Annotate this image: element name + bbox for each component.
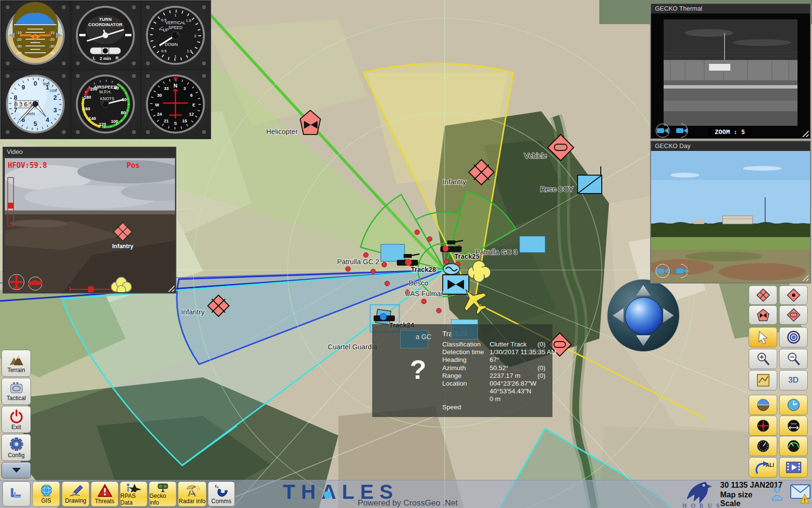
svg-text:500: 500 [43, 82, 50, 86]
svg-text:N: N [174, 83, 177, 89]
joystick-ball[interactable] [625, 297, 663, 335]
globe-icon [40, 484, 53, 497]
thales-logo-dot [324, 491, 332, 499]
day-panel-title[interactable]: GECKO Day [651, 141, 810, 151]
svg-text:W: W [155, 103, 160, 107]
svg-text:9: 9 [21, 84, 25, 91]
svg-text:1000: 1000 [49, 89, 57, 92]
obscured-symbol-frame [451, 319, 478, 340]
joystick-down-icon[interactable] [636, 335, 651, 346]
svg-text:3: 3 [53, 106, 57, 114]
svg-text:0: 0 [33, 80, 37, 87]
gecko-info-button[interactable]: Gecko Info [149, 481, 176, 507]
joystick-right-icon[interactable] [663, 308, 674, 323]
video-panel-title[interactable]: Video [3, 147, 176, 157]
svg-text:-30: -30 [49, 44, 55, 48]
symbol-armor-button[interactable] [749, 305, 777, 325]
svg-text:100: 100 [111, 119, 118, 124]
video-player-button[interactable] [779, 457, 808, 478]
svg-text:!: ! [804, 497, 806, 503]
aircraft-top-icon[interactable] [9, 274, 24, 290]
pos-readout: Pos [127, 161, 140, 170]
drawing-button[interactable]: Drawing [62, 481, 89, 507]
svg-text:2: 2 [194, 34, 197, 38]
joystick-up-icon[interactable] [636, 285, 651, 296]
day-feed [651, 151, 810, 283]
clock-button[interactable] [779, 395, 808, 415]
compass-panel-button[interactable] [749, 416, 777, 436]
sidebar-collapse-button[interactable] [1, 462, 31, 478]
camera-select-icon[interactable] [676, 124, 688, 137]
joystick-left-icon[interactable] [613, 308, 624, 323]
svg-text:-10: -10 [49, 30, 55, 35]
view-3d-button[interactable]: 3D [779, 370, 808, 390]
svg-text:ALL: ALL [766, 462, 774, 468]
svg-text:5: 5 [33, 120, 37, 127]
svg-text:1.5: 1.5 [187, 49, 192, 53]
thermal-zoom-readout: ZOOM : 5 [715, 128, 745, 135]
map-label: UAS Fulmar [405, 290, 443, 298]
popup-row: 40°53'54.43"N [442, 388, 552, 395]
svg-text:40: 40 [114, 86, 119, 90]
zoom-in-button[interactable] [749, 349, 777, 369]
undo-all-button[interactable]: ALL [749, 457, 777, 478]
video-feed: HFOV:59.8 Pos Infantry [5, 158, 175, 292]
sidebar-item-terrain[interactable]: Terrain [1, 350, 31, 377]
svg-text:1.5: 1.5 [186, 18, 191, 23]
sidebar-item-config[interactable]: Config [1, 434, 31, 461]
sensor-tripod-icon [155, 482, 171, 492]
svg-text:Infantry: Infantry [112, 243, 133, 250]
gecko-thermal-panel: GECKO Thermal ZOOM : 5 [650, 3, 811, 139]
popup-row: Heading67° [442, 356, 552, 364]
sidebar-item-tactical[interactable]: Tactical [1, 378, 31, 405]
gecko-day-panel: GECKO Day [650, 140, 811, 284]
popup-row: 0 m [442, 395, 552, 403]
sidebar-item-exit[interactable]: Exit [1, 406, 31, 433]
symbol-vehicle-button[interactable] [779, 305, 808, 325]
layers-button[interactable] [2, 481, 30, 507]
zoom-out-button[interactable] [779, 349, 808, 369]
gis-button[interactable]: GIS [32, 481, 60, 507]
popup-row: Azimuth50.52°(0) [442, 364, 552, 372]
level-panel-button[interactable] [779, 416, 808, 436]
symbol-patrulla-gc3[interactable] [520, 236, 545, 253]
symbol-infantry-button[interactable] [749, 285, 777, 305]
heading-indicator: N 3 6 E 12 15 S 21 24 W 30 33 [142, 70, 210, 138]
svg-text:S: S [174, 121, 177, 126]
svg-text:15: 15 [182, 119, 187, 123]
rpas-data-button[interactable]: RPAS Data [120, 481, 147, 507]
svg-text:21: 21 [164, 119, 169, 123]
threats-button[interactable]: Threats [91, 481, 118, 507]
svg-text:VERTICAL: VERTICAL [165, 20, 186, 25]
svg-text:1: 1 [174, 13, 177, 17]
svg-text:8: 8 [14, 94, 17, 101]
svg-text:DOWN: DOWN [165, 42, 178, 47]
popup-row: Location004°23'26.87"W [442, 380, 552, 388]
camera-select-icon[interactable] [656, 124, 669, 137]
symbol-patrulla-gc2[interactable] [381, 244, 405, 261]
altimeter-panel-button[interactable] [749, 436, 777, 456]
svg-text:200: 200 [90, 87, 97, 91]
zoom-slider-handle[interactable] [8, 203, 14, 209]
minimap-button[interactable] [749, 370, 777, 390]
rpm-panel-button[interactable] [779, 436, 808, 456]
svg-text:TURN: TURN [99, 16, 112, 22]
svg-text:80: 80 [121, 110, 126, 115]
select-cursor-button[interactable] [749, 327, 777, 347]
camera-joystick[interactable] [607, 279, 680, 352]
svg-text:30: 30 [157, 93, 162, 98]
center-target-button[interactable] [779, 327, 808, 347]
symbol-observation-button[interactable] [779, 285, 808, 305]
attitude-panel-button[interactable] [749, 395, 777, 415]
svg-text:L: L [93, 56, 96, 60]
svg-text:M.P.H.: M.P.H. [100, 90, 112, 94]
popup-row: ClassificationClutter Track(0) [442, 341, 552, 348]
svg-text:-40: -40 [16, 51, 22, 55]
altimeter: 0 1 2 3 4 5 6 7 8 9 500 1000 03651 feets [1, 70, 70, 138]
map-label: Helicopter [266, 128, 298, 135]
attitude-indicator: -10-10 -20-20 -30-30 -40-40 [1, 1, 70, 69]
thermal-panel-title[interactable]: GECKO Thermal [651, 4, 810, 14]
comms-button[interactable]: Comms [208, 481, 235, 507]
map-label: Cuartel Guardia [328, 343, 377, 351]
radar-info-button[interactable]: Radar info [178, 481, 206, 507]
